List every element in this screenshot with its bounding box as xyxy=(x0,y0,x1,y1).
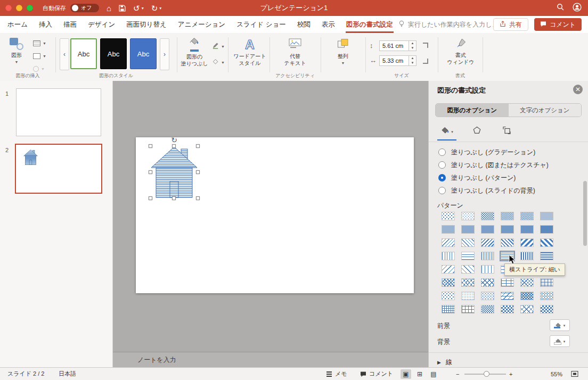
selection-handle-n[interactable] xyxy=(172,144,176,148)
selection-handle-s[interactable] xyxy=(172,196,176,200)
size-properties-tab[interactable] xyxy=(497,123,516,139)
pattern-swatch-smCheck[interactable] xyxy=(481,305,494,313)
pattern-swatch-pct25[interactable] xyxy=(501,212,514,220)
ribbon-tab-7[interactable]: スライド ショー xyxy=(236,16,286,33)
zoom-percent[interactable]: 55% xyxy=(551,368,562,380)
selection-handle-w[interactable] xyxy=(149,170,152,174)
close-window-button[interactable] xyxy=(5,5,12,11)
ribbon-tab-5[interactable]: 画面切り替え xyxy=(126,16,167,33)
selection-handle-e[interactable] xyxy=(196,170,200,174)
language-indicator[interactable]: 日本語 xyxy=(59,368,76,380)
zoom-window-button[interactable] xyxy=(27,5,33,11)
pattern-swatch-dashUpDiag[interactable] xyxy=(461,265,475,274)
pattern-swatch-openDmnd[interactable] xyxy=(520,305,534,313)
fill-option-2[interactable]: 塗りつぶし (図またはテクスチャ) xyxy=(433,159,584,171)
pattern-swatch-ltUpDiag[interactable] xyxy=(461,238,475,247)
ribbon-tab-4[interactable]: デザイン xyxy=(88,16,115,33)
notes-bar[interactable]: ノートを入力 xyxy=(113,352,428,367)
pattern-swatch-solidDmnd[interactable] xyxy=(540,305,553,313)
house-shape[interactable] xyxy=(151,146,198,198)
style-gallery-next-button[interactable]: › xyxy=(160,38,169,70)
fill-line-tab[interactable]: ▾ xyxy=(437,123,456,141)
ribbon-tab-6[interactable]: アニメーション xyxy=(178,16,225,33)
shape-effects-button[interactable]: ▼ xyxy=(212,57,225,67)
height-stepper[interactable]: ▲▼ xyxy=(409,40,416,51)
pattern-swatch-dkHorz[interactable] xyxy=(540,252,553,260)
pattern-swatch-narVert[interactable] xyxy=(481,252,494,260)
account-icon[interactable] xyxy=(573,3,582,14)
shape-height-input[interactable] xyxy=(379,40,409,51)
fill-option-4[interactable]: 塗りつぶし (スライドの背景) xyxy=(433,184,584,197)
pattern-swatch-pct75[interactable] xyxy=(501,225,514,234)
selection-handle-ne[interactable] xyxy=(196,144,200,148)
pattern-swatch-dotDmnd[interactable] xyxy=(481,292,494,300)
pattern-swatch-pct70[interactable] xyxy=(481,225,494,234)
pattern-swatch-pct60[interactable] xyxy=(461,225,475,234)
pattern-swatch-wave[interactable] xyxy=(461,278,475,287)
shape-width-input[interactable] xyxy=(379,55,409,66)
line-section-toggle[interactable]: ▶ 線 xyxy=(437,358,452,367)
tell-me[interactable]: 実行したい作業内容を入力します xyxy=(398,16,505,33)
alt-text-button[interactable]: 代替テキスト xyxy=(275,38,315,67)
insert-shape-button[interactable]: 図形 ▼ xyxy=(4,37,29,64)
slide-2-thumbnail[interactable] xyxy=(15,144,102,194)
style-gallery-prev-button[interactable]: ‹ xyxy=(60,38,69,70)
pattern-swatch-dashDnDiag[interactable] xyxy=(442,265,455,274)
notes-toggle[interactable]: メモ xyxy=(326,368,347,380)
pattern-swatch-lgGrid[interactable] xyxy=(461,305,475,313)
pattern-swatch-divot[interactable] xyxy=(442,292,455,300)
shape-options-tab[interactable]: 図形のオプション xyxy=(436,104,509,117)
pattern-swatch-pct40[interactable] xyxy=(540,212,553,220)
pattern-swatch-smGrid[interactable] xyxy=(442,305,455,313)
shape-style-1[interactable]: Abc xyxy=(70,38,97,69)
change-shape-button[interactable]: ▼ xyxy=(33,66,45,72)
pattern-swatch-zigZag[interactable] xyxy=(442,278,455,287)
ribbon-tab-8[interactable]: 校閲 xyxy=(297,16,311,33)
shape-style-2[interactable]: Abc xyxy=(100,38,127,69)
pattern-swatch-dotGrid[interactable] xyxy=(461,292,475,300)
shape-style-3[interactable]: Abc xyxy=(130,38,157,69)
background-color-button[interactable]: ▾ xyxy=(550,335,570,347)
shape-outline-button[interactable]: ▼ xyxy=(212,42,225,51)
pattern-swatch-pct80[interactable] xyxy=(520,225,534,234)
undo-chevron-icon[interactable]: ▾ xyxy=(142,6,144,11)
pattern-swatch-pct5[interactable] xyxy=(442,212,455,220)
fit-slide-button[interactable] xyxy=(571,368,578,380)
pattern-swatch-pct20[interactable] xyxy=(481,212,494,220)
pattern-swatch-ltDnDiag[interactable] xyxy=(442,238,455,247)
save-icon[interactable] xyxy=(119,5,126,12)
reading-view-button[interactable]: ▤ xyxy=(428,369,439,379)
redo-icon[interactable]: ↻ xyxy=(151,4,158,12)
zoom-slider-knob[interactable] xyxy=(484,371,489,377)
close-pane-button[interactable]: ✕ xyxy=(573,85,583,94)
pattern-swatch-dkDnDiag[interactable] xyxy=(481,238,494,247)
shape-fill-button[interactable]: 図形の塗りつぶし xyxy=(179,37,210,67)
normal-view-button[interactable]: ▣ xyxy=(401,369,411,379)
pattern-swatch-wdUpDiag[interactable] xyxy=(540,238,553,247)
ribbon-tab-10[interactable]: 図形の書式設定 xyxy=(346,16,393,33)
pattern-swatch-pct90[interactable] xyxy=(540,225,553,234)
toolbar-options-chevron-icon[interactable]: ▾ xyxy=(159,6,161,11)
undo-icon[interactable]: ↺ xyxy=(133,4,140,12)
text-options-tab[interactable]: 文字のオプション xyxy=(509,104,582,117)
pattern-swatch-dkVert[interactable] xyxy=(520,252,534,260)
effects-tab[interactable] xyxy=(467,123,486,139)
comments-button[interactable]: コメント xyxy=(534,18,582,31)
rotation-handle[interactable]: ↻ xyxy=(171,136,177,144)
width-stepper[interactable]: ▲▼ xyxy=(409,55,416,66)
format-pane-button[interactable]: 書式ウィンドウ xyxy=(443,38,478,65)
slide-counter[interactable]: スライド 2 / 2 xyxy=(7,368,45,380)
ribbon-tab-2[interactable]: 挿入 xyxy=(39,16,52,33)
pattern-swatch-ltVert[interactable] xyxy=(442,252,455,260)
slide-1-thumbnail[interactable] xyxy=(16,88,101,136)
pattern-swatch-pct50[interactable] xyxy=(442,225,455,234)
pattern-swatch-dashVert[interactable] xyxy=(481,265,494,274)
wordart-styles-button[interactable]: A ワードアートスタイル xyxy=(231,38,268,67)
ribbon-tab-1[interactable]: ホーム xyxy=(7,16,28,33)
pattern-swatch-lgCheck[interactable] xyxy=(501,305,514,313)
selection-handle-nw[interactable] xyxy=(149,144,152,148)
textbox-button[interactable]: ▼ xyxy=(33,40,46,46)
pane-scrollbar[interactable] xyxy=(583,181,587,246)
slide-sorter-view-button[interactable]: ⊞ xyxy=(414,369,425,379)
search-icon[interactable] xyxy=(557,3,564,13)
